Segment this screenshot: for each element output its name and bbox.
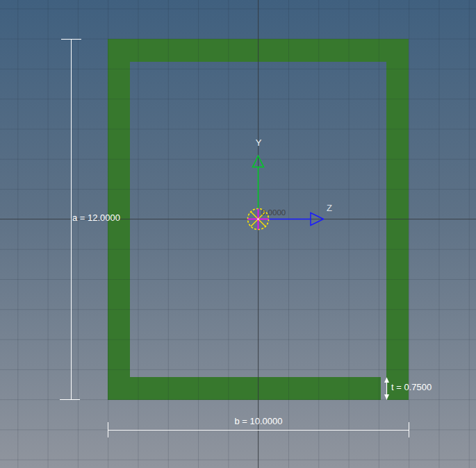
dimension-b-cap-right — [409, 422, 409, 437]
dimension-b-cap-left — [108, 422, 108, 437]
cad-viewport[interactable]: a = 12.0000 b = 10.0000 t = 0.7500 Y Z 0… — [0, 0, 476, 468]
dimension-a-label: a = 12.0000 — [72, 213, 120, 223]
origin-coordinate-readout: 0.0000 — [261, 208, 286, 217]
major-gridline-vertical — [258, 0, 258, 468]
dimension-a-cap-top — [61, 39, 81, 40]
axis-z-label: Z — [324, 203, 335, 213]
dimension-t-label: t = 0.7500 — [391, 383, 432, 392]
dimension-b-label: b = 10.0000 — [215, 417, 302, 426]
axis-y-label: Y — [253, 138, 264, 148]
dimension-a-line — [71, 40, 72, 400]
dimension-b-line — [108, 430, 409, 431]
dimension-a-cap-bottom — [60, 399, 80, 400]
